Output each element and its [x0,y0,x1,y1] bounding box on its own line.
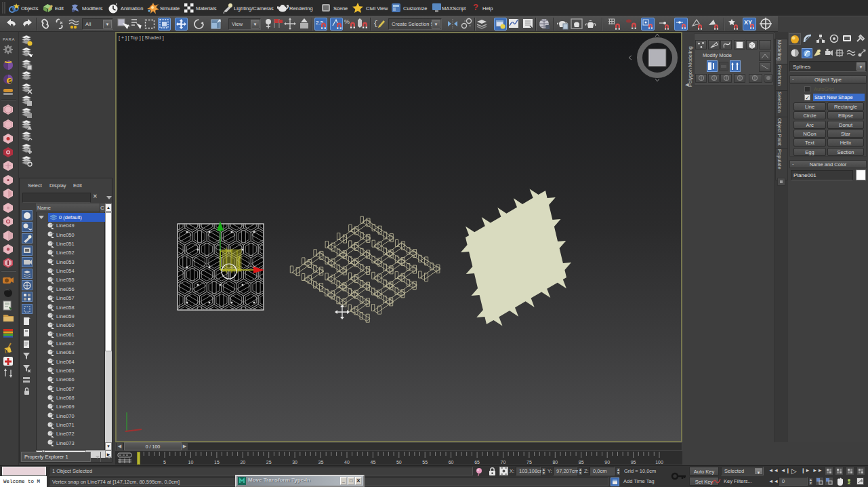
svg-text:75: 75 [526,460,532,465]
svg-text:65: 65 [474,460,480,465]
svg-text:%: % [344,18,350,25]
svg-text:20: 20 [240,460,245,465]
svg-text:100: 100 [655,460,663,465]
svg-text:30: 30 [292,460,297,465]
svg-text:95: 95 [631,460,636,465]
svg-text:15: 15 [214,460,220,465]
svg-text:70: 70 [501,460,506,465]
svg-text:10: 10 [188,460,194,465]
svg-text:85: 85 [579,460,584,465]
svg-text:80: 80 [552,460,558,465]
svg-text:40: 40 [344,460,350,465]
svg-text:45: 45 [371,460,376,465]
svg-text:S: S [8,78,12,84]
svg-text:5: 5 [163,460,166,465]
svg-text:90: 90 [604,460,610,465]
svg-text:25: 25 [266,460,272,465]
svg-text:55: 55 [422,460,428,465]
svg-text:50: 50 [396,460,402,465]
svg-text:35: 35 [318,460,324,465]
svg-text:60: 60 [449,460,454,465]
svg-text:{: { [373,20,378,28]
